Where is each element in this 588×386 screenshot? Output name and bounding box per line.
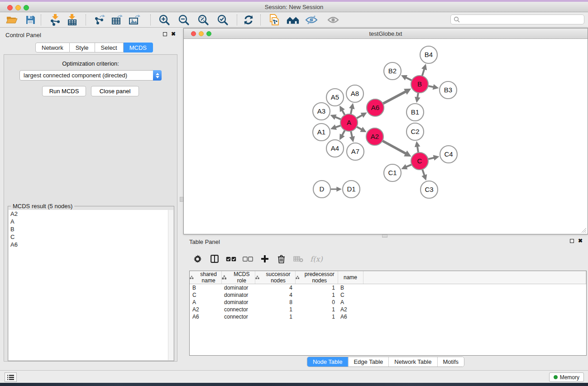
- float-table-panel-icon[interactable]: [570, 239, 574, 243]
- table-cell: 0: [295, 299, 338, 306]
- search-input[interactable]: [460, 15, 584, 24]
- tab-mcds[interactable]: MCDS: [124, 43, 153, 52]
- graph-node-C3[interactable]: C3: [421, 181, 438, 198]
- graph-node-C1[interactable]: C1: [384, 164, 401, 181]
- resize-grip-icon[interactable]: [581, 228, 587, 233]
- node-label: C4: [444, 150, 453, 158]
- graph-node-A7[interactable]: A7: [347, 143, 364, 160]
- table-row[interactable]: Cdominator41C: [190, 291, 586, 299]
- tab-select[interactable]: Select: [95, 43, 124, 52]
- show-columns-button[interactable]: [206, 252, 223, 266]
- graph-node-B3[interactable]: B3: [440, 81, 457, 99]
- open-session-button[interactable]: [5, 14, 19, 26]
- zoom-fit-button[interactable]: [196, 14, 210, 26]
- table-toolbar: f(x): [189, 250, 584, 268]
- result-item[interactable]: B: [9, 225, 168, 233]
- result-item[interactable]: C: [9, 233, 168, 241]
- table-cell: A: [190, 299, 221, 306]
- graph-node-C[interactable]: C: [411, 152, 428, 170]
- export-table-button[interactable]: [110, 14, 124, 26]
- graph-edge[interactable]: [382, 91, 406, 104]
- zoom-out-button[interactable]: [177, 14, 191, 26]
- column-header[interactable]: successor nodes: [255, 271, 295, 284]
- import-table-button[interactable]: [65, 14, 79, 26]
- table-settings-button[interactable]: [189, 252, 206, 266]
- criterion-dropdown[interactable]: largest connected component (directed): [19, 70, 162, 81]
- zoom-selected-button[interactable]: [216, 14, 229, 26]
- tab-motifs[interactable]: Motifs: [437, 357, 464, 367]
- graph-node-B[interactable]: B: [411, 76, 428, 93]
- new-network-from-selection-button[interactable]: [268, 14, 281, 26]
- graph-node-A5[interactable]: A5: [326, 89, 344, 106]
- graph-node-A2[interactable]: A2: [366, 128, 383, 145]
- graph-edge[interactable]: [382, 140, 406, 153]
- tab-edge-table[interactable]: Edge Table: [348, 357, 388, 367]
- refresh-button[interactable]: [242, 14, 255, 26]
- horizontal-split-handle[interactable]: [382, 234, 387, 238]
- create-column-button[interactable]: [256, 252, 273, 266]
- table-cell: A6: [190, 313, 221, 320]
- run-mcds-button[interactable]: Run MCDS: [42, 86, 86, 96]
- documents-icon: [268, 14, 280, 26]
- float-panel-icon[interactable]: [163, 32, 167, 36]
- result-list-scrollbar[interactable]: [168, 210, 173, 360]
- table-panel: Table Panel ✖: [183, 238, 588, 370]
- delete-columns-button[interactable]: [273, 252, 290, 266]
- vertical-split-handle[interactable]: [180, 197, 183, 202]
- edge-arrowhead: [415, 97, 420, 103]
- save-session-button[interactable]: [24, 14, 37, 26]
- hide-selected-button[interactable]: [305, 14, 318, 26]
- column-header[interactable]: name: [338, 271, 363, 284]
- graph-node-A8[interactable]: A8: [346, 85, 363, 102]
- deselect-all-columns-button[interactable]: [239, 252, 256, 266]
- neighbors-button[interactable]: [286, 14, 300, 26]
- graph-node-D[interactable]: D: [313, 181, 330, 198]
- graph-node-A3[interactable]: A3: [313, 103, 330, 120]
- column-header[interactable]: predecessor nodes: [295, 271, 338, 284]
- tab-network[interactable]: Network: [35, 43, 70, 52]
- export-image-icon: [128, 14, 140, 26]
- table-row[interactable]: A6connector11A6: [190, 313, 586, 320]
- workspace: Control Panel ✖ NetworkStyleSelectMCDS O…: [0, 28, 588, 370]
- result-item[interactable]: A: [9, 218, 168, 225]
- result-item[interactable]: A6: [9, 241, 168, 248]
- tab-network-table[interactable]: Network Table: [388, 357, 437, 367]
- graph-node-A4[interactable]: A4: [326, 140, 344, 157]
- show-all-button[interactable]: [326, 14, 340, 26]
- mcds-result-group: MCDS result (5 nodes) A2ABCA6: [8, 206, 174, 361]
- graph-node-B1[interactable]: B1: [406, 104, 424, 121]
- graph-node-C2[interactable]: C2: [406, 123, 424, 140]
- tab-style[interactable]: Style: [70, 43, 95, 52]
- table-row[interactable]: A2connector11A2: [190, 306, 586, 313]
- export-image-button[interactable]: [127, 14, 141, 26]
- table-cell: dominator: [221, 299, 255, 306]
- graph-node-A1[interactable]: A1: [313, 124, 330, 141]
- task-history-button[interactable]: [5, 372, 17, 382]
- memory-button[interactable]: Memory: [549, 372, 584, 382]
- result-item[interactable]: A2: [9, 210, 168, 218]
- function-builder-button[interactable]: f(x): [306, 252, 326, 266]
- network-canvas[interactable]: B4B2BB3A8A5A6A3B1AC2A1A2A4A7C4CC1C3DD1: [184, 39, 588, 234]
- houses-icon: [286, 14, 300, 25]
- close-panel-button[interactable]: Close panel: [91, 86, 139, 96]
- graph-node-D1[interactable]: D1: [343, 181, 360, 198]
- export-network-button[interactable]: [93, 14, 106, 26]
- column-header[interactable]: shared name: [190, 271, 221, 284]
- close-panel-icon[interactable]: ✖: [171, 32, 176, 36]
- zoom-in-button[interactable]: [158, 14, 171, 26]
- graph-node-A[interactable]: A: [340, 114, 358, 131]
- tab-node-table[interactable]: Node Table: [307, 357, 348, 367]
- import-network-button[interactable]: [48, 14, 62, 26]
- close-table-panel-icon[interactable]: ✖: [578, 238, 583, 243]
- select-all-columns-button[interactable]: [223, 252, 239, 266]
- delete-table-button[interactable]: [290, 252, 306, 266]
- table-row[interactable]: Adominator80A: [190, 299, 586, 306]
- graph-node-A6[interactable]: A6: [367, 99, 384, 116]
- window-title: Session: New Session: [0, 4, 588, 10]
- graph-node-B2[interactable]: B2: [384, 62, 401, 80]
- node-label: D: [320, 185, 325, 193]
- graph-node-C4[interactable]: C4: [440, 146, 457, 163]
- column-header[interactable]: MCDS role: [221, 271, 255, 284]
- graph-node-B4[interactable]: B4: [420, 46, 437, 63]
- table-row[interactable]: Bdominator41B: [190, 284, 586, 291]
